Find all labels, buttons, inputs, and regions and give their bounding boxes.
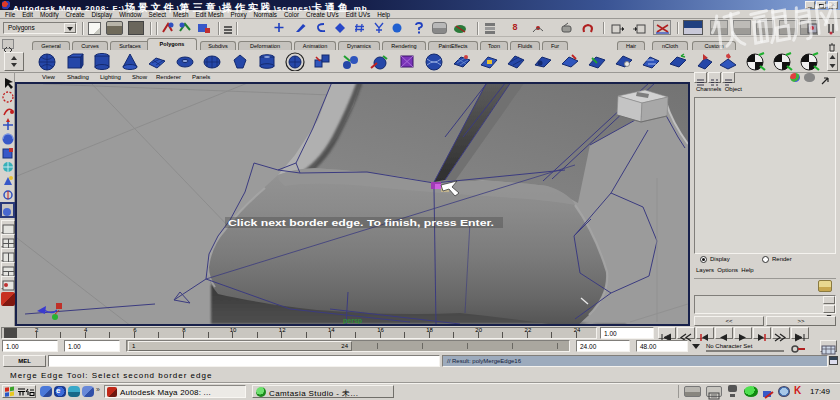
- svg-text:persp: persp: [343, 317, 362, 325]
- svg-text:Click next border edge. To fi: Click next border edge. To finish, press…: [228, 218, 494, 228]
